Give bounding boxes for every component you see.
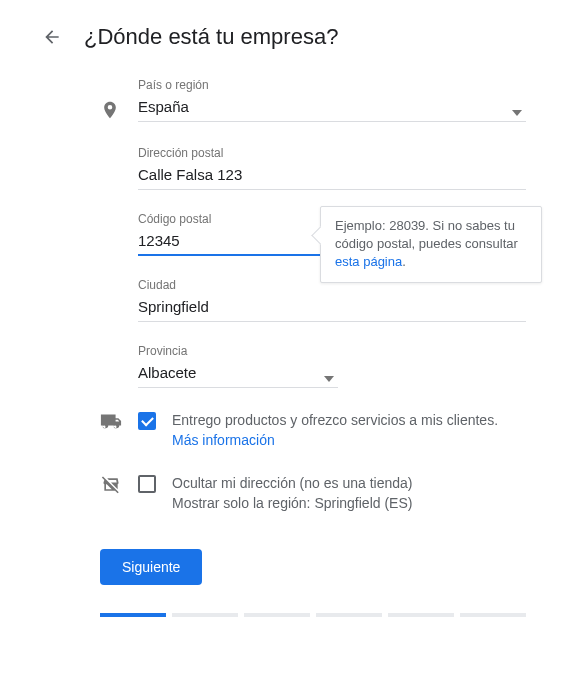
progress-seg <box>388 613 454 617</box>
progress-seg <box>316 613 382 617</box>
spacer-icon <box>100 212 122 234</box>
location-icon <box>100 78 122 124</box>
progress-seg <box>100 613 166 617</box>
actions-row: Siguiente <box>40 549 546 585</box>
tooltip-text-prefix: Ejemplo: 28039. Si no sabes tu código po… <box>335 218 518 251</box>
tooltip-text-suffix: . <box>402 254 406 269</box>
province-input[interactable] <box>138 360 338 388</box>
zip-tooltip: Ejemplo: 28039. Si no sabes tu código po… <box>320 206 542 283</box>
progress-seg <box>460 613 526 617</box>
hide-checkbox[interactable] <box>138 475 156 493</box>
more-info-link[interactable]: Más información <box>172 432 275 448</box>
zip-label: Código postal <box>138 212 338 226</box>
progress-bar <box>40 613 546 617</box>
city-input[interactable] <box>138 294 526 322</box>
country-input[interactable] <box>138 94 526 122</box>
spacer-icon <box>100 146 122 168</box>
country-field[interactable]: País o región <box>138 78 526 122</box>
next-button[interactable]: Siguiente <box>100 549 202 585</box>
province-label: Provincia <box>138 344 338 358</box>
hide-option-row: Ocultar mi dirección (no es una tienda) … <box>40 473 546 514</box>
street-input[interactable] <box>138 162 526 190</box>
province-field[interactable]: Provincia <box>138 344 338 388</box>
country-label: País o región <box>138 78 526 92</box>
truck-icon <box>100 410 122 434</box>
zip-input[interactable] <box>138 228 338 256</box>
spacer-icon <box>100 278 122 300</box>
street-field: Dirección postal <box>138 146 526 190</box>
arrow-left-icon <box>42 27 62 47</box>
page-header: ¿Dónde está tu empresa? <box>40 24 546 50</box>
progress-seg <box>172 613 238 617</box>
progress-seg <box>244 613 310 617</box>
back-button[interactable] <box>40 25 64 49</box>
deliver-text: Entrego productos y ofrezco servicios a … <box>172 410 526 451</box>
zip-field: Código postal <box>138 212 338 256</box>
store-off-icon <box>100 473 122 499</box>
street-label: Dirección postal <box>138 146 526 160</box>
tooltip-link[interactable]: esta página <box>335 254 402 269</box>
city-field: Ciudad <box>138 278 526 322</box>
deliver-checkbox[interactable] <box>138 412 156 430</box>
address-form: País o región Dirección postal Código po… <box>40 78 546 388</box>
hide-text: Ocultar mi dirección (no es una tienda) … <box>172 473 526 514</box>
spacer-icon <box>100 344 122 366</box>
page-title: ¿Dónde está tu empresa? <box>84 24 338 50</box>
deliver-option-row: Entrego productos y ofrezco servicios a … <box>40 410 546 451</box>
